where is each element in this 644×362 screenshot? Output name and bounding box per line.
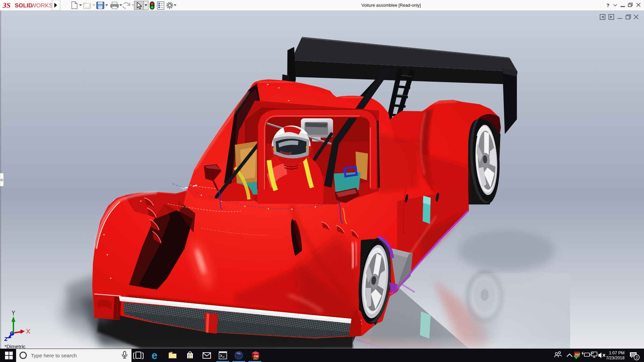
svg-text:e: e <box>152 350 157 361</box>
svg-text:Voiture assomblee [Read-only]: Voiture assomblee [Read-only] <box>361 3 421 8</box>
svg-text:*Dimetric: *Dimetric <box>4 344 25 349</box>
svg-text:Type here to search: Type here to search <box>31 353 77 358</box>
svg-text:2017: 2017 <box>253 358 259 360</box>
svg-text:3: 3 <box>636 355 638 359</box>
svg-text:1:07 PM: 1:07 PM <box>609 351 625 355</box>
svg-text:7/23/2018: 7/23/2018 <box>606 356 625 360</box>
svg-text:?: ? <box>606 2 609 8</box>
svg-text:SOLID: SOLID <box>15 2 33 9</box>
svg-text:ЗS: ЗS <box>2 1 10 9</box>
svg-text:WORKS: WORKS <box>31 2 53 9</box>
